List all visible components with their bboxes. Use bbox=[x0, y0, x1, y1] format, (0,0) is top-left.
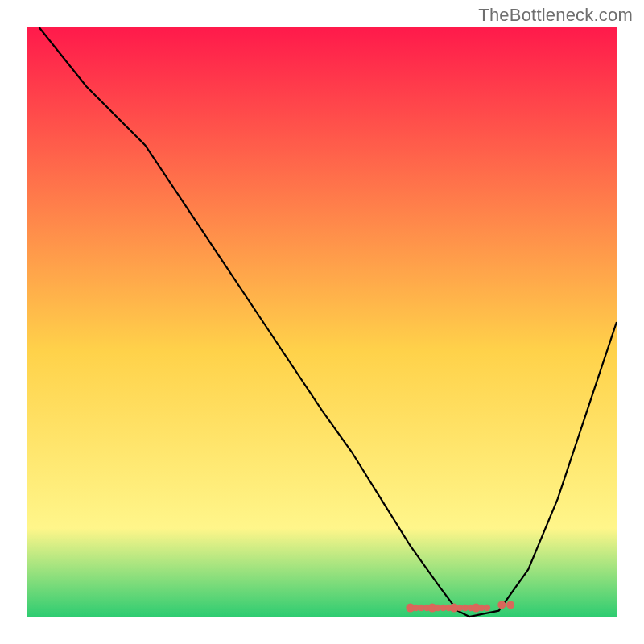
bottleneck-chart bbox=[0, 0, 644, 644]
optimal-range-marker bbox=[506, 601, 514, 609]
chart-container: TheBottleneck.com bbox=[0, 0, 644, 644]
optimal-range-marker bbox=[484, 605, 490, 611]
watermark-label: TheBottleneck.com bbox=[478, 5, 633, 26]
optimal-range-marker bbox=[497, 601, 506, 609]
